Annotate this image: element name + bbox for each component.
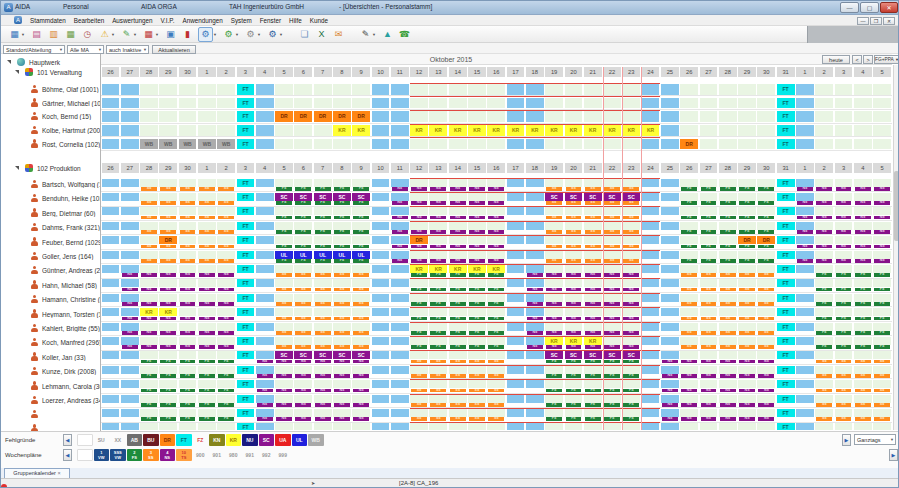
calendar-cell[interactable] bbox=[391, 380, 409, 388]
calendar-cell[interactable] bbox=[140, 265, 158, 273]
calendar-cell[interactable] bbox=[410, 337, 428, 345]
calendar-cell[interactable] bbox=[102, 98, 120, 109]
calendar-cell[interactable] bbox=[294, 139, 312, 150]
calendar-cell[interactable] bbox=[680, 179, 698, 187]
calendar-cell[interactable] bbox=[198, 125, 216, 136]
calendar-cell[interactable] bbox=[622, 323, 640, 331]
calculator-icon-dropdown[interactable]: ▼ bbox=[155, 28, 160, 41]
calendar-cell[interactable] bbox=[140, 84, 158, 95]
calendar-cell[interactable] bbox=[642, 179, 660, 187]
calendar-cell[interactable] bbox=[854, 98, 872, 109]
calendar-cell[interactable] bbox=[159, 337, 177, 345]
calendar-cell[interactable] bbox=[121, 380, 139, 388]
calendar-cell[interactable] bbox=[256, 380, 274, 388]
calendar-cell[interactable] bbox=[700, 409, 718, 417]
calendar-cell[interactable] bbox=[835, 395, 853, 403]
calendar-cell[interactable] bbox=[622, 98, 640, 109]
calendar-cell[interactable] bbox=[584, 308, 602, 316]
calendar-cell[interactable] bbox=[796, 380, 814, 388]
calendar-cell[interactable]: KR bbox=[526, 125, 544, 136]
calendar-cell[interactable] bbox=[372, 294, 390, 302]
calendar-cell[interactable] bbox=[700, 423, 718, 430]
calendar-cell[interactable] bbox=[159, 251, 177, 259]
calendar-cell[interactable] bbox=[372, 125, 390, 136]
calendar-cell[interactable] bbox=[256, 111, 274, 122]
calendar-cell[interactable] bbox=[584, 323, 602, 331]
calendar-cell[interactable]: FT bbox=[777, 111, 795, 122]
calendar-cell[interactable] bbox=[835, 111, 853, 122]
calculator-icon[interactable]: ▦ bbox=[142, 28, 155, 41]
calendar-cell[interactable] bbox=[468, 395, 486, 403]
calendar-cell[interactable] bbox=[796, 84, 814, 95]
calendar-cell[interactable] bbox=[102, 139, 120, 150]
calendar-cell[interactable] bbox=[314, 265, 332, 273]
calendar-cell[interactable] bbox=[352, 84, 370, 95]
calendar-cell[interactable] bbox=[429, 337, 447, 345]
heute-button[interactable]: heute bbox=[822, 55, 850, 64]
calendar-cell[interactable] bbox=[102, 279, 120, 287]
calendar-cell[interactable] bbox=[526, 84, 544, 95]
settings-green-icon-dropdown[interactable]: ▼ bbox=[235, 28, 240, 41]
employee-row-label[interactable]: Rost, Cornelia (102) bbox=[42, 141, 101, 148]
calendar-cell[interactable] bbox=[526, 409, 544, 417]
calendar-cell[interactable] bbox=[198, 207, 216, 215]
calendar-cell[interactable] bbox=[526, 139, 544, 150]
calendar-cell[interactable] bbox=[584, 380, 602, 388]
auch-inaktive-dropdown[interactable]: auch Inaktive▼ bbox=[106, 45, 149, 54]
calendar-cell[interactable] bbox=[140, 98, 158, 109]
calendar-cell[interactable] bbox=[584, 251, 602, 259]
calendar-cell[interactable] bbox=[487, 323, 505, 331]
calendar-cell[interactable] bbox=[796, 294, 814, 302]
calendar-cell[interactable] bbox=[391, 98, 409, 109]
calendar-cell[interactable] bbox=[642, 193, 660, 201]
calendar-cell[interactable]: SC bbox=[565, 351, 583, 359]
calendar-cell[interactable] bbox=[622, 409, 640, 417]
calendar-cell[interactable] bbox=[835, 84, 853, 95]
calendar-cell[interactable]: FT bbox=[237, 423, 255, 430]
calendar-cell[interactable] bbox=[391, 423, 409, 430]
calendar-cell[interactable] bbox=[372, 351, 390, 359]
settings-blue-icon-dropdown[interactable]: ▼ bbox=[213, 28, 218, 41]
calendar-cell[interactable] bbox=[314, 125, 332, 136]
calendar-cell[interactable] bbox=[449, 351, 467, 359]
calendar-cell[interactable] bbox=[468, 409, 486, 417]
calendar-cell[interactable] bbox=[217, 395, 235, 403]
calendar-cell[interactable] bbox=[815, 308, 833, 316]
calendar-cell[interactable] bbox=[719, 409, 737, 417]
calendar-cell[interactable] bbox=[256, 395, 274, 403]
calendar-cell[interactable] bbox=[468, 366, 486, 374]
calendar-cell[interactable] bbox=[429, 98, 447, 109]
calendar-cell[interactable] bbox=[796, 193, 814, 201]
calendar-cell[interactable] bbox=[487, 279, 505, 287]
calendar-cell[interactable] bbox=[179, 395, 197, 403]
warning-icon-dropdown[interactable]: ▼ bbox=[111, 28, 116, 41]
employee-row-label[interactable]: Berg, Dietmar (60) bbox=[42, 210, 101, 217]
calendar-cell[interactable] bbox=[507, 279, 525, 287]
calendar-cell[interactable] bbox=[622, 139, 640, 150]
calendar-cell[interactable] bbox=[391, 207, 409, 215]
close-button[interactable]: ✕ bbox=[880, 2, 898, 13]
calendar-cell[interactable] bbox=[757, 380, 775, 388]
tab-gruppenkalender[interactable]: Gruppenkalender × bbox=[4, 468, 70, 478]
calendar-cell[interactable] bbox=[429, 366, 447, 374]
time-clock-icon[interactable]: ◷ bbox=[81, 28, 94, 41]
minimize-button[interactable]: — bbox=[840, 2, 859, 13]
calendar-cell[interactable] bbox=[140, 111, 158, 122]
calendar-cell[interactable] bbox=[333, 308, 351, 316]
calendar-cell[interactable] bbox=[140, 395, 158, 403]
calendar-cell[interactable] bbox=[410, 423, 428, 430]
calendar-cell[interactable] bbox=[275, 308, 293, 316]
calendar-cell[interactable] bbox=[719, 323, 737, 331]
calendar-cell[interactable] bbox=[410, 323, 428, 331]
calendar-cell[interactable] bbox=[121, 366, 139, 374]
calendar-cell[interactable] bbox=[333, 84, 351, 95]
calendar-cell[interactable] bbox=[526, 323, 544, 331]
calendar-cell[interactable] bbox=[545, 395, 563, 403]
calendar-cell[interactable] bbox=[854, 279, 872, 287]
calendar-cell[interactable]: FT bbox=[777, 279, 795, 287]
calendar-cell[interactable] bbox=[275, 98, 293, 109]
calendar-cell[interactable] bbox=[622, 179, 640, 187]
calendar-cell[interactable] bbox=[738, 351, 756, 359]
calendar-cell[interactable]: FT bbox=[237, 395, 255, 403]
calendar-cell[interactable] bbox=[217, 222, 235, 230]
